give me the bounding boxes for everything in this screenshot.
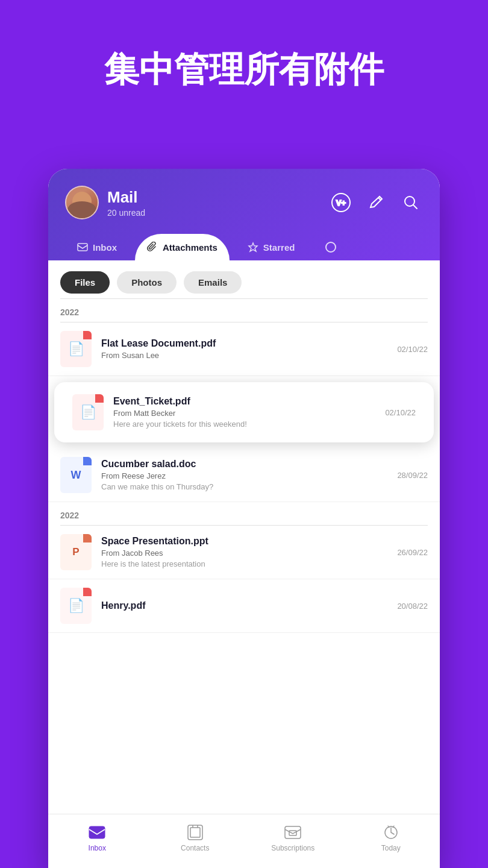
tab-attachments[interactable]: Attachments bbox=[135, 234, 230, 260]
pdf-icon-henry: 📄 bbox=[60, 588, 92, 624]
file-from-cucumber: From Reese Jerez bbox=[101, 471, 387, 480]
file-date-henry: 20/08/22 bbox=[397, 602, 428, 611]
file-name-flat-lease: Flat Lease Document.pdf bbox=[101, 338, 387, 349]
file-info-henry: Henry.pdf bbox=[101, 600, 387, 611]
subtab-photos[interactable]: Photos bbox=[117, 271, 177, 294]
hero-title: 集中管理所有附件 bbox=[0, 0, 488, 115]
file-info-space-ppt: Space Presentation.ppt From Jacob Rees H… bbox=[101, 536, 387, 568]
pdf-icon-event-ticket: 📄 bbox=[72, 394, 104, 430]
nav-today[interactable]: Today bbox=[342, 814, 440, 868]
file-from-space-ppt: From Jacob Rees bbox=[101, 549, 387, 558]
header-left: Mail 20 unread bbox=[65, 186, 145, 219]
file-name-henry: Henry.pdf bbox=[101, 600, 387, 611]
header-top: Mail 20 unread V+ bbox=[65, 186, 423, 219]
svg-rect-10 bbox=[285, 826, 301, 838]
tab-starred[interactable]: Starred bbox=[236, 234, 307, 260]
nav-subscriptions[interactable]: Subscriptions bbox=[244, 814, 342, 868]
file-item-space-ppt[interactable]: P Space Presentation.ppt From Jacob Rees… bbox=[48, 526, 440, 579]
file-preview-space-ppt: Here is the latest presentation bbox=[101, 559, 387, 568]
file-list: 📄 Flat Lease Document.pdf From Susan Lee… bbox=[48, 322, 440, 376]
avatar[interactable] bbox=[65, 186, 99, 219]
file-date-event-ticket: 02/10/22 bbox=[385, 408, 416, 417]
file-info-flat-lease: Flat Lease Document.pdf From Susan Lee bbox=[101, 338, 387, 360]
header-icons: V+ bbox=[329, 190, 423, 215]
file-preview-event-ticket: Here are your tickets for this weekend! bbox=[113, 420, 375, 429]
file-item-event-ticket[interactable]: 📄 Event_Ticket.pdf From Matt Becker Here… bbox=[54, 382, 434, 442]
file-name-space-ppt: Space Presentation.ppt bbox=[101, 536, 387, 547]
ppt-icon-space: P bbox=[60, 534, 92, 570]
tab-circle[interactable] bbox=[313, 234, 349, 260]
file-item-cucumber[interactable]: W Cucumber salad.doc From Reese Jerez Ca… bbox=[48, 448, 440, 502]
section-label-2022b: 2022 bbox=[48, 502, 440, 525]
file-info-cucumber: Cucumber salad.doc From Reese Jerez Can … bbox=[101, 459, 387, 491]
nav-subscriptions-label: Subscriptions bbox=[271, 844, 314, 852]
file-preview-cucumber: Can we make this on Thursday? bbox=[101, 482, 387, 491]
file-from-flat-lease: From Susan Lee bbox=[101, 351, 387, 360]
pdf-icon-flat-lease: 📄 bbox=[60, 331, 92, 367]
file-name-event-ticket: Event_Ticket.pdf bbox=[113, 396, 375, 407]
file-item-henry[interactable]: 📄 Henry.pdf 20/08/22 bbox=[48, 579, 440, 633]
file-list-3: P Space Presentation.ppt From Jacob Rees… bbox=[48, 526, 440, 633]
inbox-nav-icon bbox=[89, 824, 105, 841]
search-icon[interactable] bbox=[399, 190, 423, 215]
bottom-nav: Inbox Contacts Su bbox=[48, 814, 440, 868]
svg-rect-7 bbox=[190, 828, 200, 837]
nav-inbox-label: Inbox bbox=[89, 844, 106, 852]
file-from-event-ticket: From Matt Becker bbox=[113, 409, 375, 418]
app-header: Mail 20 unread V+ bbox=[48, 169, 440, 260]
svg-rect-5 bbox=[89, 826, 105, 838]
svg-point-4 bbox=[326, 242, 336, 252]
header-title-block: Mail 20 unread bbox=[107, 188, 145, 218]
file-date-flat-lease: 02/10/22 bbox=[397, 345, 428, 354]
svg-rect-11 bbox=[289, 831, 296, 835]
file-list-2: W Cucumber salad.doc From Reese Jerez Ca… bbox=[48, 448, 440, 502]
subtab-files[interactable]: Files bbox=[60, 271, 110, 294]
file-name-cucumber: Cucumber salad.doc bbox=[101, 459, 387, 470]
nav-today-label: Today bbox=[381, 844, 401, 852]
subtab-emails[interactable]: Emails bbox=[184, 271, 242, 294]
doc-icon-cucumber: W bbox=[60, 457, 92, 493]
contacts-nav-icon bbox=[187, 824, 204, 841]
svg-rect-3 bbox=[78, 244, 87, 251]
nav-inbox[interactable]: Inbox bbox=[48, 814, 146, 868]
file-date-cucumber: 28/09/22 bbox=[397, 471, 428, 480]
tab-inbox[interactable]: Inbox bbox=[65, 234, 129, 260]
header-title: Mail bbox=[107, 188, 145, 207]
subscriptions-nav-icon bbox=[284, 824, 301, 841]
today-nav-icon bbox=[383, 824, 399, 841]
compose-icon[interactable] bbox=[364, 190, 388, 215]
section-label-2022: 2022 bbox=[48, 299, 440, 322]
file-info-event-ticket: Event_Ticket.pdf From Matt Becker Here a… bbox=[113, 396, 375, 429]
vplus-icon[interactable]: V+ bbox=[329, 190, 353, 215]
nav-contacts[interactable]: Contacts bbox=[146, 814, 245, 868]
file-date-space-ppt: 26/09/22 bbox=[397, 548, 428, 557]
header-subtitle: 20 unread bbox=[107, 208, 145, 218]
file-item-flat-lease[interactable]: 📄 Flat Lease Document.pdf From Susan Lee… bbox=[48, 322, 440, 376]
tabs-row: Inbox Attachments Starred bbox=[65, 234, 423, 260]
svg-text:V+: V+ bbox=[336, 198, 346, 207]
nav-contacts-label: Contacts bbox=[181, 844, 209, 852]
app-card: Mail 20 unread V+ bbox=[48, 169, 440, 868]
sub-tabs: Files Photos Emails bbox=[48, 260, 440, 298]
